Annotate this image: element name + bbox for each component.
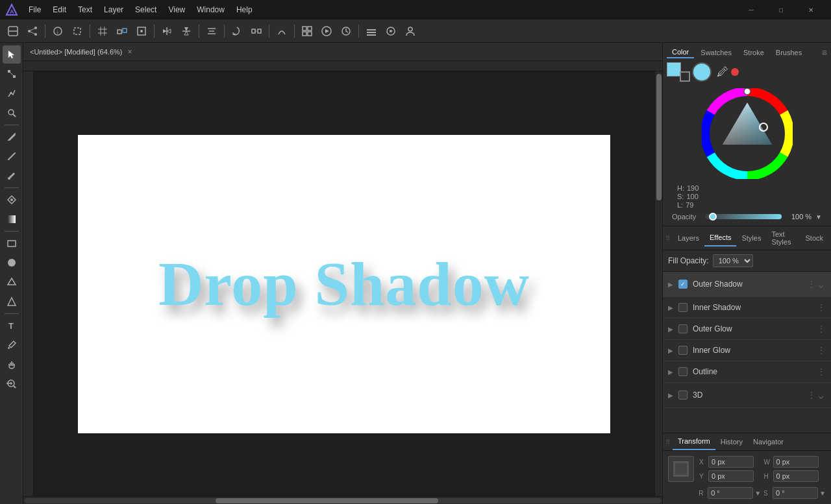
hue-value[interactable]: 190 xyxy=(687,184,699,192)
tab-stroke[interactable]: Stroke xyxy=(738,47,769,58)
close-button[interactable]: ✕ xyxy=(796,0,826,19)
eyedropper-tool[interactable] xyxy=(3,336,21,354)
scrollbar-thumb[interactable] xyxy=(216,498,438,503)
pen-tool[interactable] xyxy=(3,84,21,102)
menu-view[interactable]: View xyxy=(163,4,190,16)
opacity-value[interactable]: 100 % xyxy=(786,213,812,221)
checkbox-outer-shadow[interactable]: ✓ xyxy=(678,280,688,289)
expand-icon-outer-shadow[interactable]: ▶ xyxy=(668,281,675,288)
toolbar-grid[interactable] xyxy=(93,22,112,40)
select-tool[interactable] xyxy=(3,45,21,64)
toolbar-transform[interactable] xyxy=(132,22,151,40)
pencil-tool[interactable] xyxy=(3,128,21,146)
expand-icon-outline[interactable]: ▶ xyxy=(668,368,675,376)
polygon-tool[interactable] xyxy=(3,273,21,291)
gradient-tool[interactable] xyxy=(3,210,21,228)
text-tool[interactable]: T xyxy=(3,317,21,335)
canvas-area[interactable]: Drop Shadow xyxy=(34,71,654,496)
color-wheel[interactable] xyxy=(702,88,793,179)
fill-opacity-select[interactable]: 100 % 75 % 50 % 25 % 0 % xyxy=(713,254,753,267)
light-value[interactable]: 79 xyxy=(686,201,693,209)
zoom-magnify-tool[interactable] xyxy=(3,375,21,393)
checkbox-inner-glow[interactable] xyxy=(678,346,688,355)
opacity-dropdown[interactable]: ▼ xyxy=(815,213,822,221)
expand-arrow-3d[interactable]: ⌄ xyxy=(816,388,826,402)
toolbar-flip-h[interactable] xyxy=(158,22,176,40)
triangle-tool[interactable] xyxy=(3,293,21,311)
tab-text-styles[interactable]: Text Styles xyxy=(766,226,800,250)
tab-navigator[interactable]: Navigator xyxy=(748,434,789,450)
toolbar-macro[interactable] xyxy=(317,22,336,40)
panel-menu-icon[interactable]: ≡ xyxy=(822,47,827,58)
toolbar-flip-v[interactable] xyxy=(177,22,195,40)
expand-icon-inner-shadow[interactable]: ▶ xyxy=(668,304,675,311)
menu-layer[interactable]: Layer xyxy=(99,4,129,16)
checkbox-outline[interactable] xyxy=(678,367,688,376)
toolbar-rotate[interactable] xyxy=(228,22,246,40)
toolbar-align[interactable] xyxy=(203,22,221,40)
tab-transform[interactable]: Transform xyxy=(673,433,715,450)
toolbar-layers[interactable] xyxy=(362,22,380,40)
toolbar-assets[interactable] xyxy=(382,22,400,40)
tab-stock[interactable]: Stock xyxy=(800,230,828,246)
horizontal-scrollbar[interactable] xyxy=(23,496,662,504)
zoom-tool[interactable] xyxy=(3,104,21,122)
checkbox-inner-shadow[interactable] xyxy=(678,303,688,312)
menu-edit[interactable]: Edit xyxy=(47,4,71,16)
checkbox-3d[interactable] xyxy=(678,390,688,400)
tab-brushes[interactable]: Brushes xyxy=(771,47,807,58)
toolbar-snapping[interactable] xyxy=(113,22,131,40)
vertical-scrollbar[interactable] xyxy=(654,71,662,496)
fill-color-box[interactable] xyxy=(667,62,681,77)
toolbar-history[interactable] xyxy=(337,22,355,40)
r-dropdown[interactable]: ▼ xyxy=(754,490,761,497)
effect-outer-glow[interactable]: ▶ Outer Glow ⋮ xyxy=(663,318,831,340)
effect-outline[interactable]: ▶ Outline ⋮ xyxy=(663,361,831,383)
menu-text[interactable]: Text xyxy=(73,4,97,16)
menu-help[interactable]: Help xyxy=(231,4,258,16)
tab-layers[interactable]: Layers xyxy=(673,230,704,246)
h-input[interactable] xyxy=(773,470,819,482)
no-fill-indicator[interactable] xyxy=(731,68,739,76)
expand-icon-3d[interactable]: ▶ xyxy=(668,392,675,399)
canvas-text[interactable]: Drop Shadow xyxy=(158,248,530,320)
canvas-tab-close[interactable]: × xyxy=(127,47,132,56)
eyedropper-icon[interactable]: 🖉 xyxy=(717,66,728,79)
expand-icon-inner-glow[interactable]: ▶ xyxy=(668,347,675,354)
effect-inner-glow[interactable]: ▶ Inner Glow ⋮ xyxy=(663,340,831,361)
node-tool[interactable] xyxy=(3,65,21,83)
fill-tool[interactable] xyxy=(3,191,21,209)
sat-value[interactable]: 100 xyxy=(686,193,698,200)
expand-icon-outer-glow[interactable]: ▶ xyxy=(668,326,675,333)
brush-tool[interactable] xyxy=(3,147,21,165)
expand-arrow-outer-shadow[interactable]: ⌄ xyxy=(816,277,826,291)
toolbar-paint[interactable] xyxy=(273,22,291,40)
effect-inner-shadow[interactable]: ▶ Inner Shadow ⋮ xyxy=(663,297,831,318)
toolbar-symbols[interactable] xyxy=(298,22,316,40)
color-wheel-preview[interactable] xyxy=(692,62,712,82)
s-input[interactable] xyxy=(773,487,818,499)
ellipse-tool[interactable] xyxy=(3,254,21,272)
toolbar-share[interactable] xyxy=(23,22,42,40)
effect-outer-shadow[interactable]: ▶ ✓ Outer Shadow ⋮ ⌄ xyxy=(663,272,831,297)
minimize-button[interactable]: ─ xyxy=(736,0,766,19)
toolbar-mask[interactable] xyxy=(68,22,86,40)
menu-window[interactable]: Window xyxy=(192,4,230,16)
tab-styles[interactable]: Styles xyxy=(736,230,766,246)
effect-3d[interactable]: ▶ 3D ⋮ ⌄ xyxy=(663,383,831,408)
maximize-button[interactable]: □ xyxy=(766,0,796,19)
menu-file[interactable]: File xyxy=(23,4,46,16)
toolbar-person[interactable] xyxy=(401,22,419,40)
paint-tool[interactable] xyxy=(3,167,21,185)
tab-color[interactable]: Color xyxy=(667,47,694,58)
rect-tool[interactable] xyxy=(3,234,21,252)
toolbar-persona-graphic[interactable] xyxy=(4,22,22,40)
stroke-color-box[interactable] xyxy=(680,71,690,82)
toolbar-place[interactable]: ↓ xyxy=(49,22,67,40)
toolbar-distribute[interactable] xyxy=(247,22,266,40)
menu-select[interactable]: Select xyxy=(130,4,162,16)
w-input[interactable] xyxy=(773,456,819,468)
hand-tool[interactable] xyxy=(3,355,21,374)
x-input[interactable] xyxy=(708,456,754,468)
tab-swatches[interactable]: Swatches xyxy=(695,47,737,58)
